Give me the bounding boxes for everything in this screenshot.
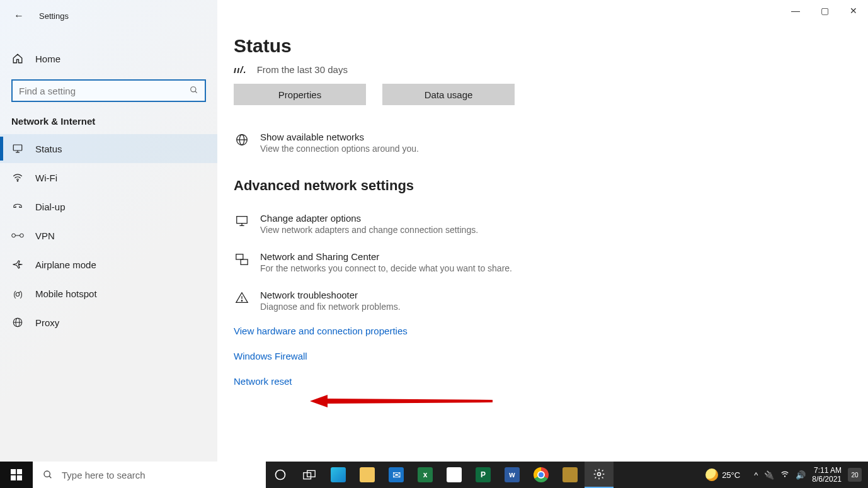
tray-power-icon[interactable]: 🔌: [764, 470, 774, 480]
svg-point-0: [191, 86, 196, 91]
taskbar-search[interactable]: Type here to search: [33, 462, 266, 488]
taskbar-weather[interactable]: 25°C: [705, 468, 740, 481]
globe-icon: [234, 132, 250, 147]
maximize-button[interactable]: ▢: [810, 0, 839, 21]
sidebar-item-airplane[interactable]: Airplane mode: [0, 250, 217, 279]
main-content: Status ıı/. From the last 30 days Proper…: [217, 0, 868, 462]
airplane-icon: [11, 259, 24, 270]
sharing-center-option[interactable]: Network and Sharing Center For the netwo…: [234, 251, 868, 273]
option-title: Change adapter options: [260, 213, 478, 224]
taskbar-clock[interactable]: 7:11 AM 8/6/2021: [812, 466, 842, 484]
meter-icon: ıı/.: [234, 64, 247, 75]
svg-point-27: [44, 471, 50, 477]
tray-volume-icon[interactable]: 🔊: [796, 470, 806, 480]
svg-point-33: [785, 475, 785, 476]
option-desc: For the networks you connect to, decide …: [260, 263, 512, 273]
taskbar-app-word[interactable]: w: [498, 462, 527, 488]
troubleshooter-option[interactable]: Network troubleshooter Diagnose and fix …: [234, 290, 868, 312]
link-network-reset[interactable]: Network reset: [234, 376, 292, 387]
adapter-options[interactable]: Change adapter options View network adap…: [234, 213, 868, 235]
taskbar-app-excel[interactable]: x: [411, 462, 440, 488]
action-center-icon[interactable]: 20: [848, 468, 862, 482]
dialup-icon: [11, 201, 24, 212]
cortana-icon[interactable]: [266, 462, 295, 488]
warning-icon: [234, 290, 250, 305]
option-title: Network troubleshooter: [260, 290, 401, 300]
hotspot-icon: (ơ): [11, 289, 24, 298]
taskbar-app-store[interactable]: 🛍: [440, 462, 469, 488]
sidebar-item-status[interactable]: Status: [0, 134, 217, 163]
taskbar-app-edge[interactable]: [324, 462, 353, 488]
taskbar-app-publisher[interactable]: P: [469, 462, 498, 488]
svg-rect-18: [236, 254, 243, 259]
start-button[interactable]: [0, 462, 33, 488]
sidebar-item-label: Proxy: [35, 317, 59, 328]
svg-point-5: [17, 181, 18, 182]
tray-chevron-icon[interactable]: ^: [754, 470, 758, 480]
taskbar-app-explorer[interactable]: [353, 462, 382, 488]
search-icon: [190, 86, 198, 96]
settings-search[interactable]: [11, 79, 206, 102]
task-view-icon[interactable]: [295, 462, 324, 488]
minimize-button[interactable]: —: [781, 0, 810, 21]
sidebar-item-label: Wi-Fi: [35, 173, 57, 183]
sidebar-item-proxy[interactable]: Proxy: [0, 308, 217, 337]
svg-rect-24: [17, 469, 22, 474]
svg-point-7: [20, 234, 24, 237]
data-usage-button[interactable]: Data usage: [382, 84, 515, 105]
page-title: Status: [234, 35, 868, 57]
sharing-icon: [234, 251, 250, 266]
svg-rect-25: [11, 475, 16, 480]
properties-button[interactable]: Properties: [234, 84, 366, 105]
option-desc: View network adapters and change connect…: [260, 225, 478, 235]
wifi-icon: [11, 172, 24, 183]
home-icon: [11, 53, 24, 64]
tray-wifi-icon[interactable]: [780, 470, 789, 480]
sidebar-category: Network & Internet: [0, 102, 217, 134]
sidebar-item-dialup[interactable]: Dial-up: [0, 192, 217, 221]
close-button[interactable]: ✕: [839, 0, 868, 21]
sidebar-item-label: Mobile hotspot: [35, 288, 97, 299]
sidebar-item-wifi[interactable]: Wi-Fi: [0, 163, 217, 192]
adapter-icon: [234, 213, 250, 228]
sidebar-home[interactable]: Home: [0, 44, 217, 73]
vpn-icon: [11, 231, 24, 240]
clock-time: 7:11 AM: [812, 466, 842, 475]
svg-point-21: [241, 300, 242, 301]
usage-period-text: From the last 30 days: [257, 64, 348, 75]
app-title: Settings: [39, 11, 69, 21]
globe-icon: [11, 317, 24, 328]
svg-line-1: [195, 91, 197, 93]
svg-rect-2: [13, 145, 22, 150]
svg-rect-19: [241, 259, 248, 264]
option-desc: View the connection options around you.: [260, 144, 419, 154]
clock-date: 8/6/2021: [812, 475, 842, 484]
sidebar-item-vpn[interactable]: VPN: [0, 221, 217, 250]
svg-line-28: [49, 476, 51, 478]
taskbar-app-mail[interactable]: ✉: [382, 462, 411, 488]
svg-point-32: [598, 473, 601, 476]
sidebar-item-label: Airplane mode: [35, 259, 96, 270]
taskbar-app-settings[interactable]: [585, 462, 614, 488]
option-title: Show available networks: [260, 132, 419, 142]
taskbar: Type here to search ✉ x 🛍 P w 25°C ^ 🔌 🔊…: [0, 462, 868, 488]
svg-point-6: [12, 234, 16, 237]
taskbar-app-generic[interactable]: [556, 462, 585, 488]
weather-temp: 25°C: [722, 470, 740, 480]
sidebar-item-label: Dial-up: [35, 201, 66, 212]
taskbar-search-placeholder: Type here to search: [62, 470, 146, 480]
sidebar-item-hotspot[interactable]: (ơ) Mobile hotspot: [0, 279, 217, 308]
taskbar-app-chrome[interactable]: [527, 462, 556, 488]
link-windows-firewall[interactable]: Windows Firewall: [234, 351, 307, 361]
show-networks-option[interactable]: Show available networks View the connect…: [234, 132, 868, 154]
sidebar-item-label: VPN: [35, 230, 55, 241]
svg-rect-26: [17, 475, 22, 480]
option-desc: Diagnose and fix network problems.: [260, 302, 401, 312]
link-hardware-properties[interactable]: View hardware and connection properties: [234, 326, 408, 336]
search-input[interactable]: [19, 86, 190, 96]
back-button[interactable]: ←: [14, 10, 24, 21]
sidebar-item-label: Status: [35, 144, 62, 154]
weather-icon: [705, 468, 718, 481]
svg-rect-23: [11, 469, 16, 474]
home-label: Home: [35, 54, 60, 64]
